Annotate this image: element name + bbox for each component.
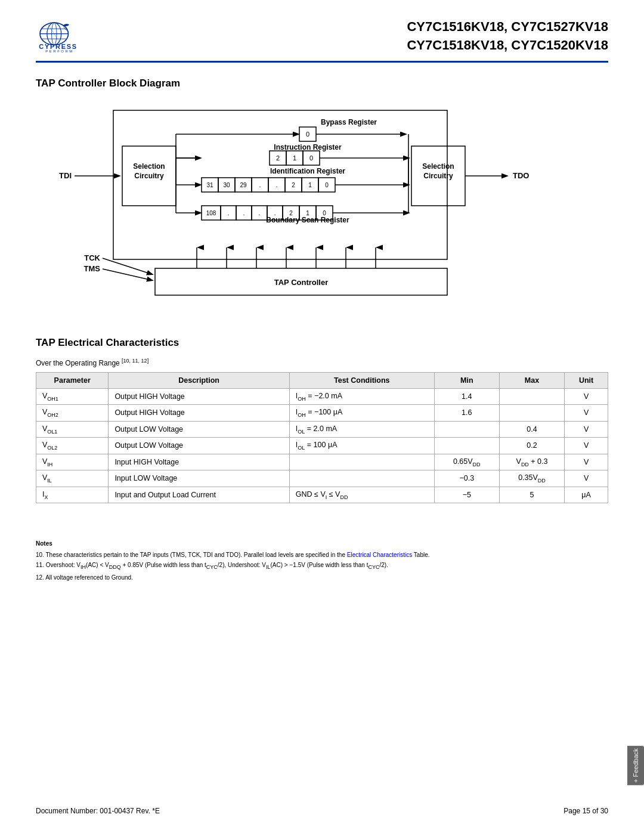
svg-text:0: 0 xyxy=(325,182,329,188)
svg-text:.: . xyxy=(274,209,275,216)
cell-max xyxy=(499,388,564,405)
col-description: Description xyxy=(109,372,289,388)
cell-test-conditions: IOL = 100 μA xyxy=(289,438,434,454)
cell-description: Output HIGH Voltage xyxy=(109,405,289,422)
cell-max: 0.35VDD xyxy=(499,470,564,487)
svg-text:Instruction Register: Instruction Register xyxy=(274,143,342,151)
document-title: CY7C1516KV18, CY7C1527KV18 CY7C1518KV18,… xyxy=(407,18,608,55)
page-number: Page 15 of 30 xyxy=(564,807,608,815)
feedback-tab[interactable]: + Feedback xyxy=(627,746,644,785)
tap-diagram-svg: Selection Circuitry Selection Circuitry … xyxy=(36,98,608,301)
logo-area: CYPRESS PERFORM xyxy=(36,20,78,52)
cell-max: VDD + 0.3 xyxy=(499,454,564,470)
svg-text:TDI: TDI xyxy=(59,171,72,180)
svg-text:0: 0 xyxy=(306,131,309,138)
cell-min: 1.6 xyxy=(434,405,499,422)
notes-title: Notes xyxy=(36,539,608,548)
table-row: VOL2Output LOW VoltageIOL = 100 μA0.2V xyxy=(36,438,608,454)
cypress-logo: CYPRESS PERFORM xyxy=(36,20,78,52)
svg-text:2: 2 xyxy=(292,182,295,188)
cell-unit: μA xyxy=(565,487,608,503)
cell-description: Output HIGH Voltage xyxy=(109,388,289,405)
cell-max xyxy=(499,405,564,422)
svg-text:TMS: TMS xyxy=(84,264,101,273)
svg-text:Bypass Register: Bypass Register xyxy=(321,118,377,126)
svg-text:31: 31 xyxy=(206,182,213,188)
svg-text:Selection: Selection xyxy=(133,162,165,171)
electrical-link[interactable]: Electrical Characteristics xyxy=(347,552,412,558)
svg-text:Identification Register: Identification Register xyxy=(270,167,345,175)
svg-text:108: 108 xyxy=(206,210,216,216)
cell-parameter: VOL1 xyxy=(36,421,109,438)
header-divider xyxy=(36,61,608,63)
footnote-refs: [10, 11, 12] xyxy=(122,358,148,364)
col-max: Max xyxy=(499,372,564,388)
svg-text:Selection: Selection xyxy=(422,162,454,171)
page: CYPRESS PERFORM CY7C1516KV18, CY7C1527KV… xyxy=(0,0,644,833)
svg-text:PERFORM: PERFORM xyxy=(45,49,73,52)
cell-description: Output LOW Voltage xyxy=(109,438,289,454)
cell-unit: V xyxy=(565,438,608,454)
cell-test-conditions xyxy=(289,470,434,487)
cell-description: Output LOW Voltage xyxy=(109,421,289,438)
electrical-section: TAP Electrical Characteristics Over the … xyxy=(36,337,608,504)
cell-min: 1.4 xyxy=(434,388,499,405)
note-item: 11. Overshoot: VIH(AC) < VDDQ + 0.85V (P… xyxy=(36,561,608,572)
table-row: VOH2Output HIGH VoltageIOH = −100 μA1.6V xyxy=(36,405,608,422)
cell-unit: V xyxy=(565,470,608,487)
cell-parameter: VIL xyxy=(36,470,109,487)
svg-text:0: 0 xyxy=(309,154,313,162)
svg-line-91 xyxy=(103,258,152,274)
svg-text:.: . xyxy=(275,181,277,188)
cell-description: Input HIGH Voltage xyxy=(109,454,289,470)
table-row: VIHInput HIGH Voltage0.65VDDVDD + 0.3V xyxy=(36,454,608,470)
cell-parameter: VOL2 xyxy=(36,438,109,454)
notes-section: Notes 10. These characteristics pertain … xyxy=(36,539,608,582)
svg-text:.: . xyxy=(258,209,260,216)
cell-parameter: VOH2 xyxy=(36,405,109,422)
cell-min xyxy=(434,421,499,438)
header-title: CY7C1516KV18, CY7C1527KV18 CY7C1518KV18,… xyxy=(407,18,608,55)
cell-min: 0.65VDD xyxy=(434,454,499,470)
svg-text:2: 2 xyxy=(276,154,280,162)
svg-text:Circuitry: Circuitry xyxy=(423,172,453,180)
svg-text:30: 30 xyxy=(223,182,230,188)
cell-parameter: VIH xyxy=(36,454,109,470)
svg-text:1: 1 xyxy=(306,210,309,216)
cell-min: −5 xyxy=(434,487,499,503)
svg-text:TAP Controller: TAP Controller xyxy=(274,278,329,287)
svg-text:Circuitry: Circuitry xyxy=(134,172,164,180)
svg-text:.: . xyxy=(227,209,229,216)
svg-line-93 xyxy=(103,269,152,280)
table-header-row: Parameter Description Test Conditions Mi… xyxy=(36,372,608,388)
cell-test-conditions: IOH = −100 μA xyxy=(289,405,434,422)
svg-text:TCK: TCK xyxy=(84,253,100,262)
cell-unit: V xyxy=(565,405,608,422)
table-row: VOH1Output HIGH VoltageIOH = −2.0 mA1.4V xyxy=(36,388,608,405)
cell-parameter: IX xyxy=(36,487,109,503)
cell-min: −0.3 xyxy=(434,470,499,487)
table-row: VILInput LOW Voltage−0.30.35VDDV xyxy=(36,470,608,487)
diagram-title: TAP Controller Block Diagram xyxy=(36,78,608,89)
notes-list: 10. These characteristics pertain to the… xyxy=(36,550,608,582)
cell-parameter: VOH1 xyxy=(36,388,109,405)
cell-test-conditions: GND ≤ VI ≤ VDD xyxy=(289,487,434,503)
doc-number: Document Number: 001-00437 Rev. *E xyxy=(36,807,160,815)
col-test-conditions: Test Conditions xyxy=(289,372,434,388)
cell-unit: V xyxy=(565,421,608,438)
note-item: 12. All voltage referenced to Ground. xyxy=(36,573,608,582)
electrical-title: TAP Electrical Characteristics xyxy=(36,337,608,349)
diagram-section: TAP Controller Block Diagram Selection C… xyxy=(36,78,608,313)
svg-text:29: 29 xyxy=(240,182,247,188)
svg-text:TDO: TDO xyxy=(513,171,529,180)
svg-text:1: 1 xyxy=(293,154,296,162)
cell-max: 0.2 xyxy=(499,438,564,454)
col-parameter: Parameter xyxy=(36,372,109,388)
cell-description: Input LOW Voltage xyxy=(109,470,289,487)
cell-description: Input and Output Load Current xyxy=(109,487,289,503)
col-unit: Unit xyxy=(565,372,608,388)
cell-test-conditions xyxy=(289,454,434,470)
svg-text:1: 1 xyxy=(308,182,312,188)
svg-text:.: . xyxy=(243,209,244,216)
table-row: VOL1Output LOW VoltageIOL = 2.0 mA0.4V xyxy=(36,421,608,438)
